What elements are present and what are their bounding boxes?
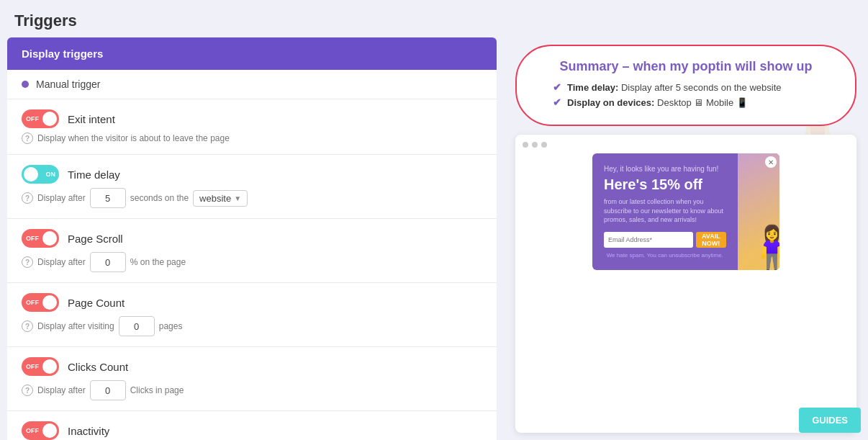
clicks-count-section: OFF Clicks Count ? Display after Clicks …: [7, 347, 497, 411]
exit-intent-desc: ? Display when the visitor is about to l…: [22, 133, 482, 144]
page-title: Triggers: [0, 0, 868, 37]
clicks-count-input[interactable]: [90, 380, 126, 400]
popup-preview: ✕ Hey, it looks like you are having fun!…: [592, 153, 779, 270]
guides-button[interactable]: GUIDES: [799, 408, 861, 433]
popup-content: Hey, it looks like you are having fun! H…: [592, 153, 738, 270]
manual-trigger-row: Manual trigger: [7, 70, 497, 99]
inactivity-name: Inactivity: [68, 425, 109, 437]
page-count-toggle[interactable]: OFF: [22, 293, 59, 312]
chevron-down-icon: ▼: [234, 194, 241, 202]
page-count-toggle-label: OFF: [26, 299, 39, 306]
browser-dot-1: [523, 142, 528, 148]
time-delay-help-icon[interactable]: ?: [22, 192, 33, 204]
popup-body-text: from our latest collection when you subs…: [604, 197, 726, 225]
clicks-count-name: Clicks Count: [68, 361, 128, 373]
display-triggers-header: Display triggers: [7, 37, 497, 70]
exit-intent-toggle-knob: [42, 112, 57, 126]
manual-trigger-dot: [22, 81, 29, 88]
exit-intent-toggle[interactable]: OFF: [22, 109, 59, 128]
time-delay-desc: ? Display after seconds on the website ▼: [22, 188, 482, 208]
time-delay-toggle[interactable]: ON: [22, 165, 59, 184]
page-count-name: Page Count: [68, 297, 125, 309]
summary-title: Summary – when my poptin will show up: [538, 59, 833, 74]
page-count-toggle-knob: [42, 295, 57, 310]
check-icon-devices: ✔: [553, 96, 561, 108]
manual-trigger-label: Manual trigger: [36, 78, 101, 90]
time-delay-desc-middle: seconds on the: [130, 193, 189, 203]
time-delay-toggle-label: ON: [46, 171, 56, 178]
clicks-count-toggle-knob: [42, 359, 57, 374]
website-dropdown[interactable]: website ▼: [193, 190, 248, 207]
exit-intent-toggle-label: OFF: [26, 115, 39, 122]
inactivity-toggle-label: OFF: [26, 427, 39, 434]
popup-close-icon[interactable]: ✕: [765, 156, 777, 168]
clicks-count-help-icon[interactable]: ?: [22, 385, 33, 396]
page-scroll-toggle-knob: [42, 231, 57, 246]
page-count-desc-prefix: Display after visiting: [37, 321, 114, 331]
clicks-count-desc-prefix: Display after: [37, 385, 86, 395]
popup-cta-button[interactable]: AVAIL NOW!: [696, 232, 726, 248]
page-count-desc-suffix: pages: [159, 321, 183, 331]
exit-intent-section: OFF Exit intent ? Display when the visit…: [7, 99, 497, 155]
summary-devices-label: Display on devices:: [567, 97, 654, 108]
popup-email-row: AVAIL NOW!: [604, 232, 726, 248]
page-scroll-desc-suffix: % on the page: [130, 257, 186, 267]
inactivity-toggle[interactable]: OFF: [22, 421, 59, 440]
exit-intent-name: Exit intent: [68, 113, 115, 125]
summary-time-delay-label: Time delay:: [567, 82, 618, 93]
page-count-input[interactable]: [119, 316, 155, 336]
summary-item-time-delay: ✔ Time delay: Display after 5 seconds on…: [538, 81, 833, 93]
page-scroll-section: OFF Page Scroll ? Display after % on the…: [7, 219, 497, 283]
website-dropdown-label: website: [199, 193, 231, 204]
clicks-count-toggle-label: OFF: [26, 363, 39, 370]
check-icon-time-delay: ✔: [553, 81, 561, 93]
page-count-section: OFF Page Count ? Display after visiting …: [7, 283, 497, 347]
clicks-count-desc-suffix: Clicks in page: [130, 385, 184, 395]
summary-box: Summary – when my poptin will show up ✔ …: [515, 45, 856, 126]
time-delay-desc-prefix: Display after: [37, 193, 86, 203]
page-scroll-toggle-label: OFF: [26, 235, 39, 242]
time-delay-toggle-knob: [24, 167, 38, 181]
clicks-count-desc: ? Display after Clicks in page: [22, 380, 482, 400]
page-scroll-help-icon[interactable]: ?: [22, 256, 33, 268]
inactivity-toggle-knob: [42, 423, 57, 438]
page-count-desc: ? Display after visiting pages: [22, 316, 482, 336]
page-count-help-icon[interactable]: ?: [22, 320, 33, 332]
browser-dot-2: [532, 142, 538, 148]
popup-footer-text: We hate spam. You can unsubscribe anytim…: [604, 252, 726, 259]
exit-intent-help-icon[interactable]: ?: [22, 133, 33, 144]
clicks-count-toggle[interactable]: OFF: [22, 357, 59, 376]
popup-email-input[interactable]: [604, 232, 693, 248]
time-delay-input[interactable]: [90, 188, 126, 208]
browser-dots: [523, 142, 849, 148]
time-delay-name: Time delay: [68, 169, 120, 181]
page-scroll-desc: ? Display after % on the page: [22, 252, 482, 272]
summary-item-devices: ✔ Display on devices: Desktop 🖥 Mobile 📱: [538, 96, 833, 108]
page-scroll-desc-prefix: Display after: [37, 257, 86, 267]
popup-image: 🧍‍♀️: [738, 153, 779, 270]
popup-subtitle: Hey, it looks like you are having fun!: [604, 165, 726, 173]
inactivity-section: OFF Inactivity ? Display after seconds a…: [7, 411, 497, 440]
left-panel: Display triggers Manual trigger OFF Exit…: [0, 37, 504, 440]
summary-devices-value: Desktop 🖥 Mobile 📱: [657, 97, 748, 108]
page-scroll-toggle[interactable]: OFF: [22, 229, 59, 248]
summary-time-delay-value: Display after 5 seconds on the website: [621, 82, 782, 93]
time-delay-section: ON Time delay ? Display after seconds on…: [7, 155, 497, 219]
preview-box: ✕ Hey, it looks like you are having fun!…: [515, 135, 856, 433]
page-scroll-name: Page Scroll: [68, 233, 123, 245]
page-scroll-input[interactable]: [90, 252, 126, 272]
popup-title: Here's 15% off: [604, 176, 726, 193]
exit-intent-desc-text: Display when the visitor is about to lea…: [37, 133, 230, 143]
browser-dot-3: [541, 142, 547, 148]
right-panel: 🧍 Summary – when my poptin will show up …: [504, 37, 868, 440]
